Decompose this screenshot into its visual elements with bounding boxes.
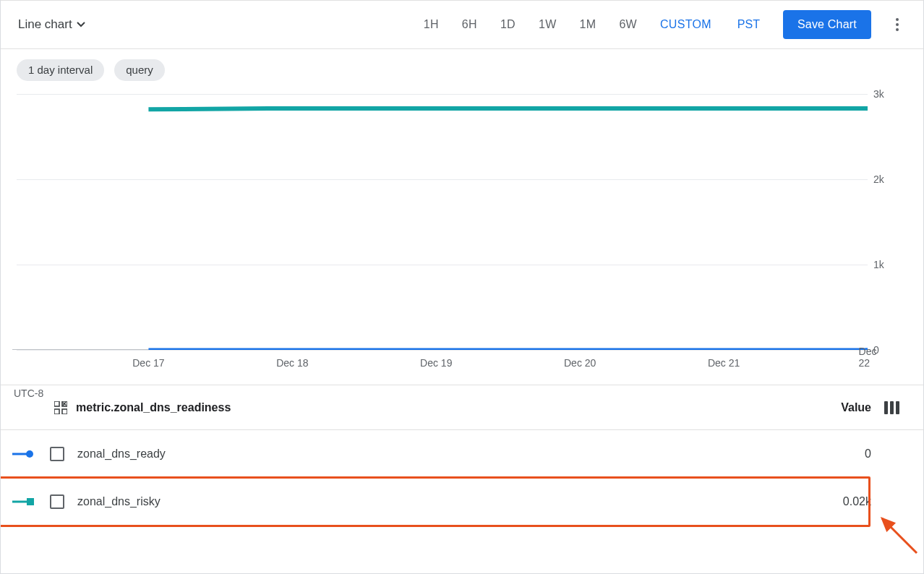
plot-surface: 3k2k1k0Dec 17Dec 18Dec 19Dec 20Dec 21Dec…	[17, 94, 868, 350]
x-tick-label: Dec 19	[420, 357, 452, 369]
save-chart-button[interactable]: Save Chart	[783, 10, 871, 39]
legend-value-header[interactable]: Value	[841, 401, 871, 414]
axis-timezone-label: UTC-8	[14, 387, 43, 399]
chart-type-label: Line chart	[18, 17, 72, 32]
legend-header: metric.zonal_dns_readiness Value	[1, 385, 923, 430]
y-tick-label: 3k	[873, 88, 902, 100]
x-tick-label: Dec 17	[132, 357, 164, 369]
y-tick-label: 1k	[873, 259, 902, 270]
chip-0[interactable]: 1 day interval	[17, 59, 104, 81]
legend-row-zonal_dns_ready[interactable]: zonal_dns_ready0	[1, 430, 923, 478]
time-range-1m[interactable]: 1M	[580, 18, 596, 31]
svg-rect-7	[27, 498, 34, 505]
time-range-1h[interactable]: 1H	[424, 18, 439, 31]
series-visibility-checkbox[interactable]	[50, 494, 64, 509]
legend-group-label: metric.zonal_dns_readiness	[76, 401, 231, 414]
column-selector-icon[interactable]	[884, 401, 900, 414]
x-tick-label: Dec 22	[859, 346, 877, 369]
chip-row: 1 day intervalquery	[1, 49, 923, 81]
svg-rect-1	[54, 409, 59, 414]
time-range-6w[interactable]: 6W	[619, 18, 637, 31]
legend-section: metric.zonal_dns_readiness Value zonal_d…	[1, 385, 923, 526]
series-swatch	[12, 497, 34, 506]
legend-value: 0	[865, 447, 871, 461]
x-tick-label: Dec 20	[564, 357, 596, 369]
legend-label: zonal_dns_ready	[77, 447, 166, 461]
legend-row-zonal_dns_risky[interactable]: zonal_dns_risky0.02k	[1, 478, 923, 526]
legend-value: 0.02k	[843, 495, 871, 508]
time-range-6h[interactable]: 6H	[462, 18, 477, 31]
series-line-zonal_dns_risky	[148, 108, 868, 109]
caret-down-icon	[77, 22, 85, 27]
time-range-1d[interactable]: 1D	[500, 18, 516, 31]
x-tick-label: Dec 21	[708, 357, 740, 369]
x-tick-label: Dec 18	[276, 357, 308, 369]
time-range-custom[interactable]: CUSTOM	[660, 18, 711, 31]
timezone-selector[interactable]: PST	[737, 18, 760, 31]
y-tick-label: 2k	[873, 174, 902, 185]
group-by-icon	[54, 401, 67, 414]
svg-point-5	[26, 450, 33, 458]
time-range-1w[interactable]: 1W	[539, 18, 557, 31]
series-swatch	[12, 450, 34, 458]
series-marker-zonal_dns_risky	[863, 107, 868, 110]
svg-rect-2	[62, 409, 67, 414]
legend-label: zonal_dns_risky	[77, 495, 161, 508]
series-visibility-checkbox[interactable]	[50, 447, 64, 461]
chart-type-selector[interactable]: Line chart	[18, 17, 85, 32]
time-range-picker: 1H6H1D1W1M6WCUSTOM	[424, 18, 711, 31]
kebab-icon	[896, 23, 899, 26]
chart-area[interactable]: 3k2k1k0Dec 17Dec 18Dec 19Dec 20Dec 21Dec…	[17, 94, 907, 380]
chip-1[interactable]: query	[114, 59, 165, 81]
chart-toolbar: Line chart 1H6H1D1W1M6WCUSTOM PST Save C…	[1, 0, 923, 49]
y-tick-label: 0	[873, 344, 902, 356]
svg-rect-0	[54, 401, 59, 406]
more-options-button[interactable]	[883, 10, 912, 39]
